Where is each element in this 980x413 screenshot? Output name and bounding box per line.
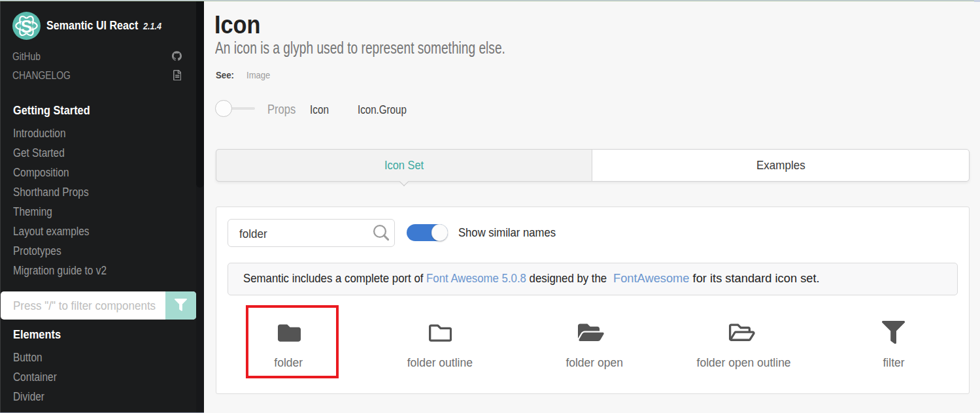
svg-text:S: S xyxy=(20,17,32,37)
